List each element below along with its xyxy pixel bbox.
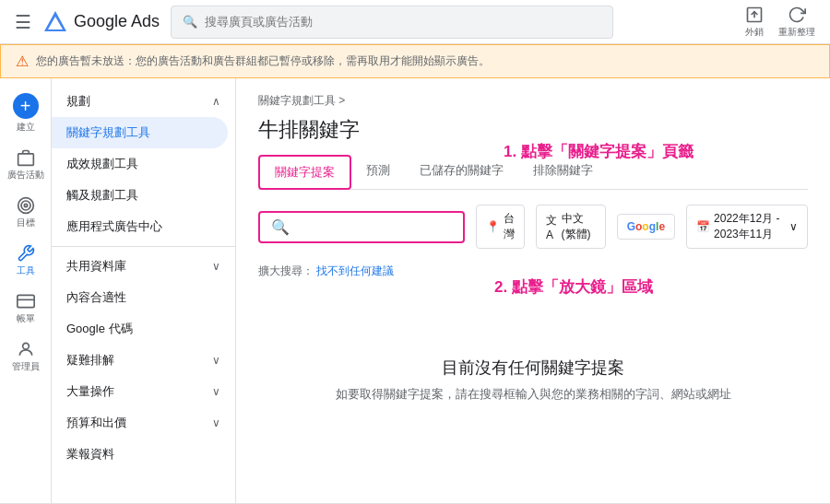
- nav-item-troubleshoot[interactable]: 疑難排解 ∨: [52, 345, 235, 376]
- nav-content-suitability-label: 內容合適性: [66, 289, 126, 306]
- menu-icon[interactable]: ☰: [15, 11, 31, 33]
- search-icon: 🔍: [183, 15, 197, 29]
- nav-item-performance-planner[interactable]: 成效規劃工具: [52, 148, 235, 180]
- sidebar-create-label: 建立: [17, 121, 35, 134]
- export-icon: [745, 6, 764, 24]
- instruction-2-label: 2. 點擊「放大鏡」區域: [494, 276, 653, 298]
- layout: + 建立 廣告活動 目標 工具 帳單 管理員 規劃 ∧ 關鍵字: [0, 78, 830, 503]
- bulk-actions-chevron-icon: ∨: [212, 385, 220, 398]
- warning-bar: ⚠ 您的廣告暫未放送：您的廣告活動和廣告群組都已暫停或移除，需再取用才能開始顯示…: [0, 44, 830, 78]
- results-link[interactable]: 找不到任何建議: [316, 264, 394, 277]
- location-label: 台灣: [504, 211, 515, 242]
- breadcrumb-separator: >: [338, 94, 345, 107]
- warning-icon: ⚠: [16, 53, 29, 70]
- nav-item-app-ads[interactable]: 應用程式廣告中心: [52, 211, 235, 242]
- page-title: 牛排關鍵字: [258, 116, 808, 144]
- svg-rect-4: [18, 154, 33, 166]
- billing-icon: [17, 292, 35, 311]
- sidebar-goals-label: 目標: [17, 217, 35, 229]
- nav-google-tag-label: Google 代碼: [66, 321, 133, 337]
- svg-point-10: [22, 343, 29, 349]
- nav-reach-planner-label: 觸及規劃工具: [66, 187, 138, 204]
- tab-forecast[interactable]: 預測: [351, 155, 405, 190]
- date-chevron-icon: ∨: [789, 220, 798, 233]
- refresh-button[interactable]: 重新整理: [778, 6, 815, 39]
- nav-bulk-actions-label: 大量操作: [66, 383, 114, 400]
- breadcrumb[interactable]: 關鍵字規劃工具 >: [258, 93, 808, 109]
- svg-point-7: [24, 204, 27, 206]
- results-info: 擴大搜尋： 找不到任何建議: [258, 264, 808, 279]
- empty-state-description: 如要取得關鍵字提案，請在搜尋框輸入與您的業務相關的字詞、網站或網址: [277, 386, 789, 403]
- logo: Google Ads: [42, 9, 160, 35]
- nav-item-content-suitability[interactable]: 內容合適性: [52, 282, 235, 313]
- sidebar-item-campaigns[interactable]: 廣告活動: [0, 141, 51, 189]
- nav-shared-library-label: 共用資料庫: [66, 258, 126, 275]
- create-icon: +: [13, 93, 39, 119]
- nav-item-shared-library[interactable]: 共用資料庫 ∨: [52, 251, 235, 282]
- tabs: 關鍵字提案 預測 已儲存的關鍵字 排除關鍵字: [258, 155, 808, 190]
- refresh-label: 重新整理: [778, 26, 815, 39]
- location-button[interactable]: 📍 台灣: [476, 205, 525, 249]
- google-icon: Google: [627, 220, 665, 233]
- sidebar-billing-label: 帳單: [17, 312, 35, 325]
- search-row: 🔍 📍 台灣 文A 中文 (繁體) Google 📅 2022年12月 - 20…: [258, 205, 808, 249]
- app-title: Google Ads: [74, 12, 160, 31]
- language-icon: 文A: [546, 213, 558, 241]
- nav-item-google-tag[interactable]: Google 代碼: [52, 313, 235, 345]
- planning-chevron-icon: ∧: [212, 95, 220, 108]
- troubleshoot-chevron-icon: ∨: [212, 354, 220, 367]
- tab-keyword-suggestions[interactable]: 關鍵字提案: [258, 155, 351, 190]
- language-button[interactable]: 文A 中文 (繁體): [536, 205, 606, 249]
- sidebar-tools-label: 工具: [17, 264, 35, 277]
- nav-keyword-planner-label: 關鍵字規劃工具: [66, 124, 150, 141]
- sidebar-campaigns-label: 廣告活動: [7, 169, 44, 182]
- tab-exclude-keywords[interactable]: 排除關鍵字: [518, 155, 608, 190]
- results-prefix: 擴大搜尋：: [258, 264, 314, 277]
- sidebar-item-billing[interactable]: 帳單: [0, 285, 51, 333]
- nav-budget-bidding-label: 預算和出價: [66, 415, 126, 431]
- nav-item-planning[interactable]: 規劃 ∧: [52, 86, 235, 117]
- nav-item-reach-planner[interactable]: 觸及規劃工具: [52, 180, 235, 211]
- search-magnifier-icon[interactable]: 🔍: [271, 218, 290, 236]
- svg-point-6: [21, 201, 30, 210]
- svg-rect-8: [17, 295, 33, 307]
- nav-item-reports[interactable]: 業報資料: [52, 439, 235, 470]
- empty-state: 目前沒有任何關鍵字提案 如要取得關鍵字提案，請在搜尋框輸入與您的業務相關的字詞、…: [258, 301, 808, 458]
- nav-divider: [52, 246, 235, 247]
- sidebar-item-tools[interactable]: 工具: [0, 237, 51, 285]
- campaigns-icon: [17, 148, 35, 167]
- sidebar-item-admin[interactable]: 管理員: [0, 333, 51, 381]
- google-ads-logo-icon: [42, 9, 68, 35]
- location-pin-icon: 📍: [486, 220, 500, 233]
- topbar-right: 外銷 重新整理: [745, 6, 815, 39]
- date-range-label: 2022年12月 - 2023年11月: [714, 211, 786, 242]
- global-search-box[interactable]: 🔍: [171, 6, 613, 39]
- sidebar: + 建立 廣告活動 目標 工具 帳單 管理員: [0, 78, 52, 503]
- admin-icon: [17, 340, 35, 358]
- shared-library-chevron-icon: ∨: [212, 260, 220, 273]
- tab-saved-keywords[interactable]: 已儲存的關鍵字: [405, 155, 518, 190]
- calendar-icon: 📅: [696, 220, 710, 233]
- search-engine-button[interactable]: Google: [617, 214, 675, 240]
- date-range-button[interactable]: 📅 2022年12月 - 2023年11月 ∨: [686, 205, 808, 249]
- nav-app-ads-label: 應用程式廣告中心: [66, 218, 162, 235]
- nav-item-bulk-actions[interactable]: 大量操作 ∨: [52, 376, 235, 407]
- nav-planning-label: 規劃: [66, 93, 90, 110]
- breadcrumb-link[interactable]: 關鍵字規劃工具: [258, 94, 336, 107]
- nav-reports-label: 業報資料: [66, 446, 114, 463]
- keyword-search-box[interactable]: 🔍: [258, 211, 465, 243]
- nav-performance-planner-label: 成效規劃工具: [66, 156, 138, 172]
- warning-text: 您的廣告暫未放送：您的廣告活動和廣告群組都已暫停或移除，需再取用才能開始顯示廣告…: [36, 53, 490, 69]
- sidebar-item-goals[interactable]: 目標: [0, 189, 51, 237]
- keyword-search-input[interactable]: [297, 220, 452, 234]
- language-label: 中文 (繁體): [562, 211, 596, 242]
- goals-icon: [17, 196, 35, 215]
- empty-state-title: 目前沒有任何關鍵字提案: [277, 357, 789, 379]
- global-search-input[interactable]: [205, 15, 601, 29]
- sidebar-item-create[interactable]: + 建立: [0, 86, 51, 141]
- export-button[interactable]: 外銷: [745, 6, 764, 39]
- nav-panel: 規劃 ∧ 關鍵字規劃工具 成效規劃工具 觸及規劃工具 應用程式廣告中心 共用資料…: [52, 78, 236, 503]
- nav-item-keyword-planner[interactable]: 關鍵字規劃工具: [52, 117, 228, 148]
- budget-bidding-chevron-icon: ∨: [212, 416, 220, 429]
- nav-item-budget-bidding[interactable]: 預算和出價 ∨: [52, 407, 235, 439]
